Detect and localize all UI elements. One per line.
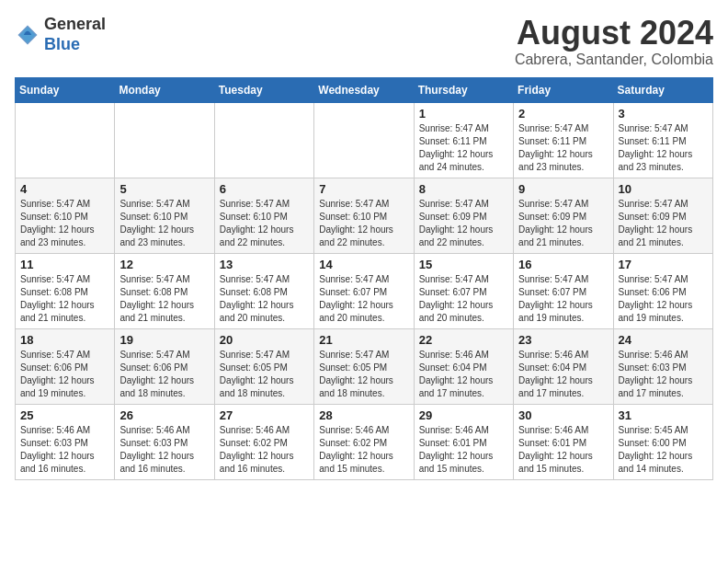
day-number: 10	[619, 182, 708, 196]
day-info: Sunrise: 5:47 AMSunset: 6:07 PMDaylight:…	[518, 273, 608, 325]
day-info: Sunrise: 5:47 AMSunset: 6:06 PMDaylight:…	[20, 349, 109, 400]
day-info: Sunrise: 5:46 AMSunset: 6:03 PMDaylight:…	[619, 349, 708, 400]
day-number: 6	[220, 182, 309, 196]
table-row: 11Sunrise: 5:47 AMSunset: 6:08 PMDayligh…	[16, 253, 115, 328]
header-thursday: Thursday	[414, 77, 513, 102]
day-number: 22	[419, 333, 508, 347]
day-number: 2	[518, 107, 608, 121]
day-number: 3	[619, 107, 708, 121]
day-info: Sunrise: 5:47 AMSunset: 6:09 PMDaylight:…	[419, 198, 508, 249]
table-row: 22Sunrise: 5:46 AMSunset: 6:04 PMDayligh…	[414, 328, 513, 404]
day-info: Sunrise: 5:46 AMSunset: 6:04 PMDaylight:…	[518, 349, 608, 400]
table-row: 23Sunrise: 5:46 AMSunset: 6:04 PMDayligh…	[514, 328, 613, 404]
day-number: 18	[20, 333, 109, 347]
table-row: 24Sunrise: 5:46 AMSunset: 6:03 PMDayligh…	[613, 328, 712, 404]
day-info: Sunrise: 5:47 AMSunset: 6:08 PMDaylight:…	[20, 273, 109, 325]
day-info: Sunrise: 5:47 AMSunset: 6:07 PMDaylight:…	[319, 273, 408, 325]
day-info: Sunrise: 5:46 AMSunset: 6:01 PMDaylight:…	[518, 424, 608, 476]
table-row: 15Sunrise: 5:47 AMSunset: 6:07 PMDayligh…	[414, 253, 513, 328]
day-number: 17	[619, 258, 708, 271]
day-number: 27	[220, 408, 309, 422]
day-number: 9	[518, 182, 608, 196]
table-row: 18Sunrise: 5:47 AMSunset: 6:06 PMDayligh…	[16, 328, 115, 404]
day-number: 25	[20, 408, 109, 422]
calendar-header-row: Sunday Monday Tuesday Wednesday Thursday…	[16, 77, 713, 102]
day-info: Sunrise: 5:46 AMSunset: 6:04 PMDaylight:…	[419, 349, 508, 400]
day-info: Sunrise: 5:47 AMSunset: 6:10 PMDaylight:…	[119, 198, 209, 249]
day-info: Sunrise: 5:47 AMSunset: 6:11 PMDaylight:…	[619, 122, 708, 174]
table-row: 20Sunrise: 5:47 AMSunset: 6:05 PMDayligh…	[214, 328, 313, 404]
day-number: 29	[419, 408, 508, 422]
day-info: Sunrise: 5:45 AMSunset: 6:00 PMDaylight:…	[619, 424, 708, 476]
day-number: 28	[319, 408, 408, 422]
day-info: Sunrise: 5:46 AMSunset: 6:02 PMDaylight:…	[319, 424, 408, 476]
table-row: 5Sunrise: 5:47 AMSunset: 6:10 PMDaylight…	[115, 178, 214, 253]
logo-icon	[15, 22, 40, 48]
day-number: 11	[20, 258, 109, 271]
table-row: 3Sunrise: 5:47 AMSunset: 6:11 PMDaylight…	[613, 102, 712, 178]
day-number: 5	[119, 182, 209, 196]
day-info: Sunrise: 5:47 AMSunset: 6:10 PMDaylight:…	[20, 198, 109, 249]
logo-text: General Blue	[44, 15, 106, 54]
day-number: 31	[619, 408, 708, 422]
table-row: 30Sunrise: 5:46 AMSunset: 6:01 PMDayligh…	[514, 404, 613, 479]
calendar-subtitle: Cabrera, Santander, Colombia	[515, 52, 713, 68]
day-info: Sunrise: 5:47 AMSunset: 6:11 PMDaylight:…	[419, 122, 508, 174]
calendar-title: August 2024	[515, 15, 713, 52]
table-row: 7Sunrise: 5:47 AMSunset: 6:10 PMDaylight…	[314, 178, 414, 253]
table-row: 1Sunrise: 5:47 AMSunset: 6:11 PMDaylight…	[414, 102, 513, 178]
day-info: Sunrise: 5:47 AMSunset: 6:08 PMDaylight:…	[119, 273, 209, 325]
table-row: 16Sunrise: 5:47 AMSunset: 6:07 PMDayligh…	[514, 253, 613, 328]
logo-general: General	[44, 15, 106, 33]
day-number: 26	[119, 408, 209, 422]
day-number: 13	[220, 258, 309, 271]
day-number: 15	[419, 258, 508, 271]
day-info: Sunrise: 5:47 AMSunset: 6:10 PMDaylight:…	[220, 198, 309, 249]
day-number: 30	[518, 408, 608, 422]
day-number: 16	[518, 258, 608, 271]
table-row: 28Sunrise: 5:46 AMSunset: 6:02 PMDayligh…	[314, 404, 414, 479]
header-monday: Monday	[115, 77, 214, 102]
day-number: 8	[419, 182, 508, 196]
day-number: 7	[319, 182, 408, 196]
table-row: 26Sunrise: 5:46 AMSunset: 6:03 PMDayligh…	[115, 404, 214, 479]
day-info: Sunrise: 5:46 AMSunset: 6:03 PMDaylight:…	[20, 424, 109, 476]
page-header: General Blue August 2024 Cabrera, Santan…	[15, 15, 713, 68]
day-number: 21	[319, 333, 408, 347]
day-number: 12	[119, 258, 209, 271]
header-friday: Friday	[514, 77, 613, 102]
table-row: 10Sunrise: 5:47 AMSunset: 6:09 PMDayligh…	[613, 178, 712, 253]
calendar-week-row: 25Sunrise: 5:46 AMSunset: 6:03 PMDayligh…	[16, 404, 713, 479]
table-row: 21Sunrise: 5:47 AMSunset: 6:05 PMDayligh…	[314, 328, 414, 404]
table-row: 9Sunrise: 5:47 AMSunset: 6:09 PMDaylight…	[514, 178, 613, 253]
calendar-week-row: 18Sunrise: 5:47 AMSunset: 6:06 PMDayligh…	[16, 328, 713, 404]
day-info: Sunrise: 5:46 AMSunset: 6:03 PMDaylight:…	[119, 424, 209, 476]
header-tuesday: Tuesday	[214, 77, 313, 102]
day-info: Sunrise: 5:47 AMSunset: 6:05 PMDaylight:…	[319, 349, 408, 400]
day-info: Sunrise: 5:47 AMSunset: 6:07 PMDaylight:…	[419, 273, 508, 325]
day-number: 4	[20, 182, 109, 196]
table-row: 4Sunrise: 5:47 AMSunset: 6:10 PMDaylight…	[16, 178, 115, 253]
logo-blue: Blue	[44, 35, 80, 53]
day-info: Sunrise: 5:47 AMSunset: 6:06 PMDaylight:…	[619, 273, 708, 325]
title-area: August 2024 Cabrera, Santander, Colombia	[515, 15, 713, 68]
day-info: Sunrise: 5:47 AMSunset: 6:08 PMDaylight:…	[220, 273, 309, 325]
table-row: 19Sunrise: 5:47 AMSunset: 6:06 PMDayligh…	[115, 328, 214, 404]
day-info: Sunrise: 5:47 AMSunset: 6:10 PMDaylight:…	[319, 198, 408, 249]
table-row: 31Sunrise: 5:45 AMSunset: 6:00 PMDayligh…	[613, 404, 712, 479]
day-number: 24	[619, 333, 708, 347]
day-info: Sunrise: 5:47 AMSunset: 6:09 PMDaylight:…	[518, 198, 608, 249]
table-row: 2Sunrise: 5:47 AMSunset: 6:11 PMDaylight…	[514, 102, 613, 178]
table-row: 6Sunrise: 5:47 AMSunset: 6:10 PMDaylight…	[214, 178, 313, 253]
day-number: 23	[518, 333, 608, 347]
header-wednesday: Wednesday	[314, 77, 414, 102]
calendar-week-row: 11Sunrise: 5:47 AMSunset: 6:08 PMDayligh…	[16, 253, 713, 328]
day-info: Sunrise: 5:47 AMSunset: 6:09 PMDaylight:…	[619, 198, 708, 249]
table-row: 27Sunrise: 5:46 AMSunset: 6:02 PMDayligh…	[214, 404, 313, 479]
table-row: 17Sunrise: 5:47 AMSunset: 6:06 PMDayligh…	[613, 253, 712, 328]
table-row: 8Sunrise: 5:47 AMSunset: 6:09 PMDaylight…	[414, 178, 513, 253]
day-info: Sunrise: 5:46 AMSunset: 6:02 PMDaylight:…	[220, 424, 309, 476]
table-row: 14Sunrise: 5:47 AMSunset: 6:07 PMDayligh…	[314, 253, 414, 328]
table-row	[115, 102, 214, 178]
calendar-table: Sunday Monday Tuesday Wednesday Thursday…	[15, 77, 713, 480]
